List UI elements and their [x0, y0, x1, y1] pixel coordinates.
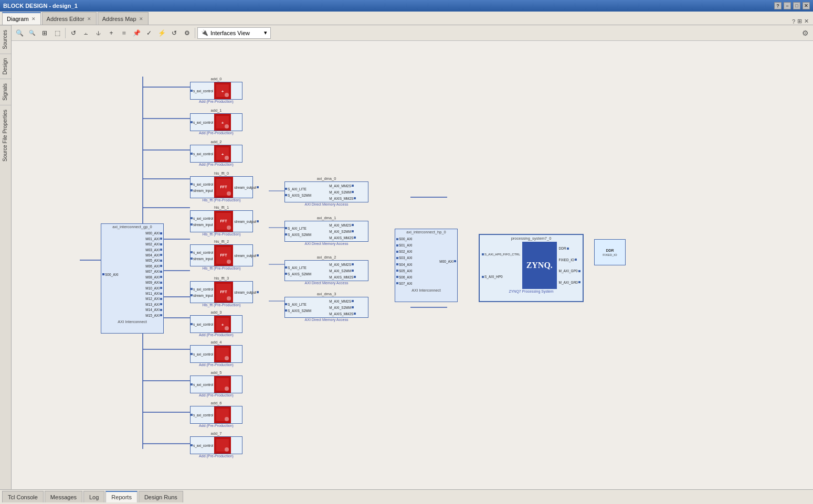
hls-fft-3-block[interactable]: hls_fft_3 s_axi_control stream_input FFT [190, 276, 253, 307]
content-area[interactable]: axi_interconnect_gp_0 S00_AXI M00_AXI M0… [12, 41, 813, 489]
tab-bar: Diagram ✕ Address Editor ✕ Address Map ✕… [0, 12, 813, 25]
port-m01: M01_AXI [145, 236, 162, 241]
regenerate-button[interactable]: ↺ [168, 27, 180, 39]
axi-dma-3-block[interactable]: axi_dma_3 S_AXI_LITE S_AXIS_S2MM M_AXI_M… [284, 292, 368, 321]
interconnect-gp-label: AXI Interconnect [101, 319, 163, 325]
add-5-block[interactable]: add_5 s_axi_control Add (Pre-Production) [190, 370, 242, 397]
select-button[interactable]: ⬚ [51, 27, 63, 39]
axi-dma-1-block[interactable]: axi_dma_1 S_AXI_LITE S_AXIS_S2MM M_AXI_M… [284, 216, 368, 245]
signals-panel-tab[interactable]: Signals [0, 79, 11, 105]
port-m12: M12_AXI [145, 296, 162, 301]
port-m10: M10_AXI [145, 285, 162, 290]
minimize-button[interactable]: – [784, 2, 791, 9]
bottom-tab-log[interactable]: Log [83, 491, 104, 502]
add-button[interactable]: + [105, 27, 117, 39]
bottom-tab-design-runs[interactable]: Design Runs [139, 491, 183, 502]
toolbar-sep-1 [65, 28, 66, 38]
design-runs-label: Design Runs [144, 494, 177, 500]
add-7-block[interactable]: add_7 s_axi_control Add (Pre-Production) [190, 431, 242, 458]
tab-diagram[interactable]: Diagram ✕ [2, 12, 41, 25]
svg-rect-40 [216, 348, 229, 360]
interfaces-view-dropdown[interactable]: 🔌 Interfaces View ▾ [197, 27, 271, 39]
dropdown-icon: 🔌 [201, 29, 208, 36]
settings-button[interactable]: ⚙ [181, 27, 193, 39]
tab-address-editor[interactable]: Address Editor ✕ [42, 12, 97, 25]
tab-close-icon[interactable]: ✕ [804, 18, 809, 25]
port-m14: M14_AXI [145, 307, 162, 312]
tcl-console-label: Tcl Console [8, 494, 38, 500]
axi-interconnect-gp-block[interactable]: axi_interconnect_gp_0 S00_AXI M00_AXI M0… [101, 223, 164, 334]
reports-label: Reports [111, 494, 132, 500]
bottom-tab-messages[interactable]: Messages [45, 491, 82, 502]
distribute-button[interactable]: ⫝ [93, 27, 104, 39]
close-button[interactable]: ✕ [803, 2, 810, 9]
bottom-tab-tcl[interactable]: Tcl Console [2, 491, 44, 502]
ddr-block[interactable]: DDR FIXED_IO [594, 239, 626, 265]
port-m11: M11_AXI [145, 291, 162, 296]
axi-dma-0-block[interactable]: axi_dma_0 S_AXI_LITE S_AXIS_S2MM M_AXI_M… [284, 176, 368, 206]
tab-help-icon[interactable]: ? [792, 18, 795, 25]
interconnect-hp-label: AXI Interconnect [395, 287, 457, 293]
hls-fft-2-block[interactable]: hls_fft_2 s_axi_control stream_input FFT [190, 239, 253, 270]
port-m00: M00_AXI [145, 231, 162, 235]
tab-address-editor-close[interactable]: ✕ [87, 16, 92, 22]
refresh-button[interactable]: ↺ [68, 27, 79, 39]
add-0-block[interactable]: add_0 s_axi_control + Add (Pre-Productio… [190, 77, 242, 103]
add-6-block[interactable]: add_6 s_axi_control Add (Pre-Production) [190, 401, 242, 427]
interconnect-gp-title: axi_interconnect_gp_0 [101, 224, 163, 230]
dropdown-chevron: ▾ [264, 29, 267, 36]
pin-button[interactable]: 📌 [131, 27, 142, 39]
design-panel-tab[interactable]: Design [0, 53, 11, 79]
sources-panel-tab[interactable]: Sources [0, 25, 11, 53]
svg-rect-41 [216, 378, 229, 391]
tab-address-map-close[interactable]: ✕ [139, 16, 144, 22]
add-3-block[interactable]: add_3 s_axi_control + Add (Pre-Productio… [190, 310, 242, 337]
title-bar: BLOCK DESIGN - design_1 ? – □ ✕ [0, 0, 813, 12]
align-button[interactable]: ⫠ [80, 27, 92, 39]
bottom-tab-reports[interactable]: Reports [105, 491, 138, 502]
validate-button[interactable]: ✓ [143, 27, 155, 39]
tab-diagram-close[interactable]: ✕ [31, 16, 36, 22]
source-file-properties-tab[interactable]: Source File Properties [0, 105, 11, 166]
port-m03: M03_AXI [145, 247, 162, 252]
maximize-button[interactable]: □ [793, 2, 800, 9]
zoom-in-button[interactable]: 🔍 [14, 27, 25, 39]
hls-fft-0-block[interactable]: hls_fft_0 s_axi_control stream_input FFT [190, 171, 253, 202]
add-1-block[interactable]: add_1 s_axi_control + Add (Pre-Productio… [190, 108, 242, 135]
tab-address-map-label: Address Map [102, 16, 136, 22]
toolbar: 🔍 🔍 ⊞ ⬚ ↺ ⫠ ⫝ + ⌗ 📌 ✓ ⚡ ↺ ⚙ 🔌 Interfaces… [12, 25, 813, 41]
tab-address-editor-label: Address Editor [47, 16, 85, 22]
port-m13: M13_AXI [145, 302, 162, 307]
title-bar-controls: ? – □ ✕ [774, 2, 810, 9]
hls-fft-1-block[interactable]: hls_fft_1 s_axi_control stream_input FFT [190, 205, 253, 236]
port-m05: M05_AXI [145, 258, 162, 263]
tab-address-map[interactable]: Address Map ✕ [98, 12, 149, 25]
port-s00-axi: S00_AXI [102, 272, 119, 277]
app-title: BLOCK DESIGN - design_1 [3, 3, 78, 9]
main-layout: Sources Design Signals Source File Prope… [0, 25, 813, 489]
add-2-block[interactable]: add_2 s_axi_control + Add (Pre-Productio… [190, 140, 242, 166]
port-m06: M06_AXI [145, 264, 162, 269]
port-m07: M07_AXI [145, 269, 162, 274]
port-m09: M09_AXI [145, 280, 162, 285]
zoom-out-button[interactable]: 🔍 [26, 27, 38, 39]
svg-text:+: + [221, 89, 224, 94]
tab-restore-icon[interactable]: ⊞ [797, 18, 802, 25]
svg-rect-43 [216, 439, 229, 452]
add-4-block[interactable]: add_4 s_axi_control Add (Pre-Production) [190, 340, 242, 367]
route-button[interactable]: ⌗ [118, 27, 130, 39]
zynq-block[interactable]: processing_system7_0 S_AXI_HP0_FIFO_CTRL… [479, 234, 584, 302]
axi-dma-2-block[interactable]: axi_dma_2 S_AXI_LITE S_AXIS_S2MM M_AXI_M… [284, 255, 368, 285]
messages-label: Messages [50, 494, 77, 500]
help-button[interactable]: ? [774, 2, 782, 9]
toolbar-sep-2 [195, 28, 195, 38]
port-m04: M04_AXI [145, 253, 162, 258]
fit-button[interactable]: ⊞ [39, 27, 50, 39]
diagram-canvas: axi_interconnect_gp_0 S00_AXI M00_AXI M0… [27, 45, 736, 486]
autoconnect-button[interactable]: ⚡ [156, 27, 167, 39]
svg-text:FFT: FFT [220, 253, 228, 257]
settings-gear-button[interactable]: ⚙ [799, 27, 811, 39]
axi-interconnect-hp-block[interactable]: axi_interconnect_hp_0 S00_AXI S01_AXI S0… [395, 229, 458, 302]
tab-diagram-label: Diagram [7, 16, 29, 22]
svg-text:+: + [221, 121, 224, 125]
